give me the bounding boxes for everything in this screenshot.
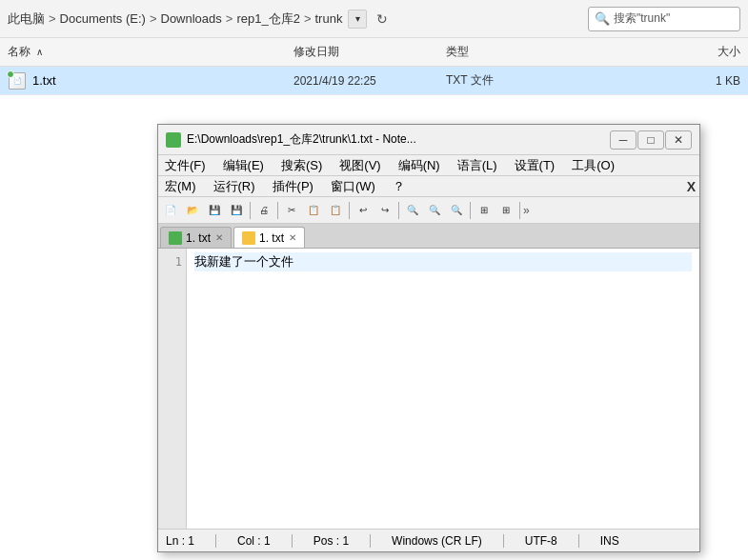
tab-1-inactive[interactable]: 1. txt ✕ [160, 227, 232, 248]
toolbar-copy[interactable]: 📋 [303, 200, 324, 221]
toolbar-sep-1 [250, 202, 251, 219]
status-eol: Windows (CR LF) [392, 534, 482, 548]
tab-icon-2 [242, 231, 255, 245]
tab-label-1: 1. txt [186, 231, 211, 245]
file-icon: 📄 [8, 71, 27, 90]
menu-language[interactable]: 语言(L) [455, 155, 500, 175]
menu-edit[interactable]: 编辑(E) [220, 155, 267, 175]
notepad-title: E:\Downloads\rep1_仓库2\trunk\1.txt - Note… [187, 131, 610, 148]
toolbar-macro2[interactable]: ⊞ [495, 200, 516, 221]
menubar-row2: 宏(M) 运行(R) 插件(P) 窗口(W) ？ X [158, 176, 699, 197]
file-icon-img: 📄 [9, 72, 26, 90]
status-pos: Pos : 1 [313, 534, 349, 548]
menu-run[interactable]: 运行(R) [211, 176, 258, 196]
toolbar-saveall[interactable]: 💾 [226, 200, 247, 221]
status-sep-3 [370, 534, 371, 548]
status-sep-1 [215, 534, 216, 548]
status-encoding: UTF-8 [525, 534, 557, 548]
minimize-button[interactable]: ─ [610, 130, 637, 150]
menu-tools[interactable]: 工具(O) [569, 155, 617, 175]
toolbar-macro1[interactable]: ⊞ [474, 200, 495, 221]
status-ins: INS [600, 534, 619, 548]
toolbar-cut[interactable]: ✂ [281, 200, 302, 221]
close-button[interactable]: ✕ [665, 130, 692, 150]
notepad-controls: ─ □ ✕ [610, 130, 692, 150]
menu-macro[interactable]: 宏(M) [162, 176, 199, 196]
menu-settings[interactable]: 设置(T) [512, 155, 558, 175]
toolbar-find[interactable]: 🔍 [402, 200, 423, 221]
toolbar-save[interactable]: 💾 [204, 200, 225, 221]
toolbar-redo[interactable]: ↪ [374, 200, 395, 221]
col-header-date[interactable]: 修改日期 [293, 44, 446, 60]
toolbar-sep-2 [277, 202, 278, 219]
table-header: 名称 ∧ 修改日期 类型 大小 [0, 38, 748, 67]
search-box[interactable]: 🔍 搜索"trunk" [588, 7, 740, 31]
toolbar-sep-4 [398, 202, 399, 219]
toolbar-findnext[interactable]: 🔍 [424, 200, 445, 221]
status-sep-2 [292, 534, 293, 548]
breadcrumb-repo[interactable]: rep1_仓库2 [236, 10, 299, 28]
toolbar-new[interactable]: 📄 [160, 200, 181, 221]
file-name: 1.txt [32, 73, 293, 88]
toolbar-paste[interactable]: 📋 [325, 200, 346, 221]
search-text: 搜索"trunk" [614, 10, 670, 27]
status-ln: Ln : 1 [166, 534, 194, 548]
col-header-type[interactable]: 类型 [446, 44, 560, 60]
editor-area[interactable]: 1 我新建了一个文件 [158, 249, 699, 529]
table-row[interactable]: 📄 1.txt 2021/4/19 22:25 TXT 文件 1 KB [0, 67, 748, 95]
breadcrumb-computer[interactable]: 此电脑 [8, 10, 45, 28]
breadcrumb-sep-2: > [226, 11, 233, 26]
breadcrumb-documents[interactable]: Documents (E:) [60, 11, 146, 26]
refresh-button[interactable]: ↻ [371, 8, 394, 30]
menubar-row1: 文件(F) 编辑(E) 搜索(S) 视图(V) 编码(N) 语言(L) 设置(T… [158, 155, 699, 176]
tab-close-2[interactable]: ✕ [289, 232, 296, 243]
toolbar-open[interactable]: 📂 [182, 200, 203, 221]
sort-arrow: ∧ [36, 47, 43, 57]
col-header-size[interactable]: 大小 [560, 44, 740, 60]
menu-view[interactable]: 视图(V) [336, 155, 383, 175]
tab-label-2: 1. txt [259, 231, 284, 245]
editor-line-1: 我新建了一个文件 [194, 252, 692, 271]
maximize-button[interactable]: □ [637, 130, 664, 150]
breadcrumb-trunk[interactable]: trunk [315, 11, 343, 26]
tab-1-active[interactable]: 1. txt ✕ [233, 227, 305, 248]
line-numbers: 1 [158, 249, 187, 529]
breadcrumb-sep-3: > [304, 11, 312, 26]
menu-help[interactable]: ？ [390, 176, 408, 196]
toolbar-undo[interactable]: ↩ [353, 200, 374, 221]
line-num-1: 1 [172, 252, 186, 271]
breadcrumb-sep-0: > [49, 11, 56, 26]
col-header-name[interactable]: 名称 ∧ [8, 44, 293, 60]
toolbar-zoom-in[interactable]: 🔍 [446, 200, 467, 221]
tab-close-1[interactable]: ✕ [215, 232, 223, 243]
status-col: Col : 1 [237, 534, 271, 548]
explorer-titlebar: 此电脑 > Documents (E:) > Downloads > rep1_… [0, 0, 748, 38]
breadcrumb-sep-1: > [150, 11, 157, 26]
toolbar: 📄 📂 💾 💾 🖨 ✂ 📋 📋 ↩ ↪ 🔍 🔍 🔍 ⊞ ⊞ » [158, 197, 699, 224]
toolbar-print[interactable]: 🖨 [253, 200, 274, 221]
file-icon-badge [7, 70, 14, 78]
notepad-icon [166, 132, 181, 148]
file-type: TXT 文件 [446, 72, 560, 89]
menu-encoding[interactable]: 编码(N) [395, 155, 443, 175]
tabs-bar: 1. txt ✕ 1. txt ✕ [158, 224, 699, 249]
notepad-window: E:\Downloads\rep1_仓库2\trunk\1.txt - Note… [157, 124, 700, 552]
breadcrumb-downloads[interactable]: Downloads [161, 11, 222, 26]
status-sep-4 [503, 534, 504, 548]
menu-window[interactable]: 窗口(W) [328, 176, 378, 196]
file-date: 2021/4/19 22:25 [293, 74, 446, 88]
toolbar-sep-6 [519, 202, 520, 219]
menu-file[interactable]: 文件(F) [162, 155, 209, 175]
menu-plugins[interactable]: 插件(P) [270, 176, 316, 196]
editor-content[interactable]: 我新建了一个文件 [187, 249, 699, 529]
toolbar-sep-5 [470, 202, 471, 219]
toolbar-sep-3 [349, 202, 350, 219]
x-close-button[interactable]: X [687, 179, 696, 194]
toolbar-more[interactable]: » [523, 204, 530, 217]
tab-icon-1 [169, 231, 182, 245]
search-icon: 🔍 [595, 11, 610, 26]
breadcrumb: 此电脑 > Documents (E:) > Downloads > rep1_… [8, 8, 588, 30]
menu-search[interactable]: 搜索(S) [278, 155, 325, 175]
breadcrumb-dropdown[interactable]: ▾ [348, 10, 367, 29]
notepad-titlebar: E:\Downloads\rep1_仓库2\trunk\1.txt - Note… [158, 125, 699, 155]
